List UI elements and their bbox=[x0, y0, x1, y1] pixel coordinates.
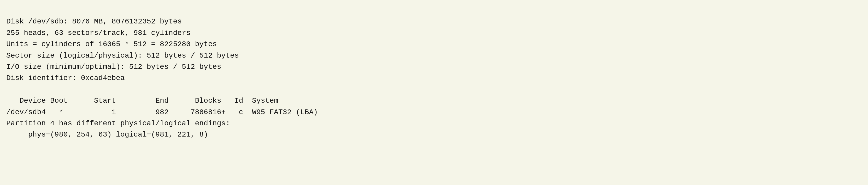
terminal-line-2: Units = cylinders of 16065 * 512 = 82252… bbox=[6, 39, 862, 50]
terminal-line-1: 255 heads, 63 sectors/track, 981 cylinde… bbox=[6, 27, 862, 39]
terminal-output: Disk /dev/sdb: 8076 MB, 8076132352 bytes… bbox=[6, 5, 862, 141]
terminal-line-8: /dev/sdb4 * 1 982 7886816+ c W95 FAT32 (… bbox=[6, 107, 862, 118]
terminal-line-0: Disk /dev/sdb: 8076 MB, 8076132352 bytes bbox=[6, 16, 862, 27]
terminal-line-10: phys=(980, 254, 63) logical=(981, 221, 8… bbox=[6, 129, 862, 140]
terminal-line-3: Sector size (logical/physical): 512 byte… bbox=[6, 50, 862, 61]
terminal-line-6 bbox=[6, 84, 862, 95]
terminal-line-7: Device Boot Start End Blocks Id System bbox=[6, 95, 862, 106]
terminal-line-5: Disk identifier: 0xcad4ebea bbox=[6, 72, 862, 84]
terminal-line-4: I/O size (minimum/optimal): 512 bytes / … bbox=[6, 61, 862, 72]
terminal-line-9: Partition 4 has different physical/logic… bbox=[6, 118, 862, 129]
